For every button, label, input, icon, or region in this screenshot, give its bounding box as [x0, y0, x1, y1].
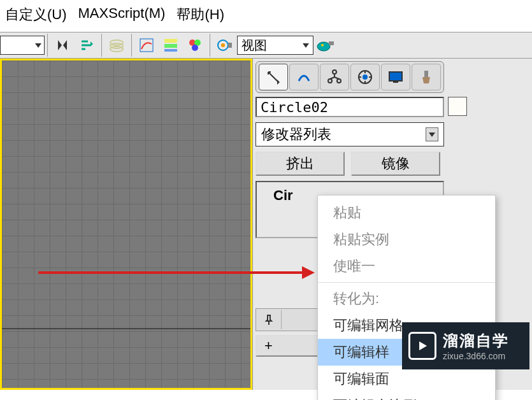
selection-filter-dropdown[interactable]	[0, 36, 45, 55]
display-tab[interactable]	[381, 64, 410, 90]
svg-point-9	[192, 45, 198, 51]
modify-tab[interactable]	[289, 64, 319, 90]
mirror-button[interactable]: 镜像	[351, 152, 440, 176]
layers-icon[interactable]	[106, 34, 127, 56]
hierarchy-tab[interactable]	[320, 64, 349, 90]
mirror-icon[interactable]	[52, 34, 73, 56]
menu-editable-poly[interactable]: 可编辑多边形	[318, 392, 495, 400]
play-icon	[408, 332, 436, 360]
menu-help[interactable]: 帮助(H)	[176, 5, 224, 24]
menu-maxscript[interactable]: MAXScript(M)	[78, 5, 166, 24]
svg-rect-5	[164, 44, 177, 48]
schematic-view-icon[interactable]	[160, 34, 182, 56]
motion-tab[interactable]	[350, 64, 380, 90]
watermark-title: 溜溜自学	[443, 331, 509, 351]
viewport-axis	[2, 328, 250, 329]
create-tab[interactable]	[259, 64, 288, 90]
annotation-arrow	[38, 271, 306, 274]
svg-point-13	[317, 42, 330, 51]
object-name-input[interactable]	[255, 97, 444, 117]
watermark-subtitle: zixue.3d66.com	[443, 351, 509, 361]
menu-paste-instance[interactable]: 粘贴实例	[318, 226, 495, 253]
svg-rect-22	[393, 81, 398, 83]
utilities-tab[interactable]	[412, 64, 441, 90]
svg-rect-21	[389, 72, 402, 81]
menu-editable-patch[interactable]: 可编辑面	[318, 366, 495, 392]
watermark: 溜溜自学 zixue.3d66.com	[402, 322, 529, 369]
main-toolbar: 视图	[0, 32, 532, 59]
extrude-button[interactable]: 挤出	[255, 152, 345, 176]
svg-point-17	[328, 79, 332, 83]
render-icon[interactable]	[315, 34, 336, 56]
align-icon[interactable]	[76, 34, 97, 56]
svg-rect-12	[228, 43, 232, 48]
svg-rect-3	[140, 39, 153, 52]
render-view-select[interactable]: 视图	[237, 36, 313, 55]
menu-customize[interactable]: 自定义(U)	[5, 5, 67, 24]
svg-rect-14	[329, 41, 334, 45]
svg-rect-4	[164, 39, 177, 43]
object-color-swatch[interactable]	[448, 97, 467, 116]
svg-point-16	[333, 70, 336, 74]
svg-point-11	[221, 43, 225, 47]
menu-convert-header: 转化为:	[318, 285, 495, 312]
viewport[interactable]	[0, 59, 252, 390]
svg-point-18	[337, 79, 341, 83]
modifier-list-dropdown[interactable]: 修改器列表	[255, 122, 444, 146]
menu-paste[interactable]: 粘贴	[318, 199, 495, 226]
material-editor-icon[interactable]	[184, 34, 206, 56]
menu-make-unique[interactable]: 使唯一	[318, 253, 495, 280]
svg-rect-6	[164, 49, 177, 52]
svg-point-15	[321, 44, 324, 46]
render-setup-icon[interactable]	[214, 34, 236, 56]
panel-tabs	[255, 61, 444, 93]
curve-editor-icon[interactable]	[136, 34, 157, 56]
pin-stack-icon[interactable]	[256, 310, 282, 329]
menubar: 自定义(U) MAXScript(M) 帮助(H)	[0, 0, 532, 32]
svg-point-20	[363, 75, 368, 80]
